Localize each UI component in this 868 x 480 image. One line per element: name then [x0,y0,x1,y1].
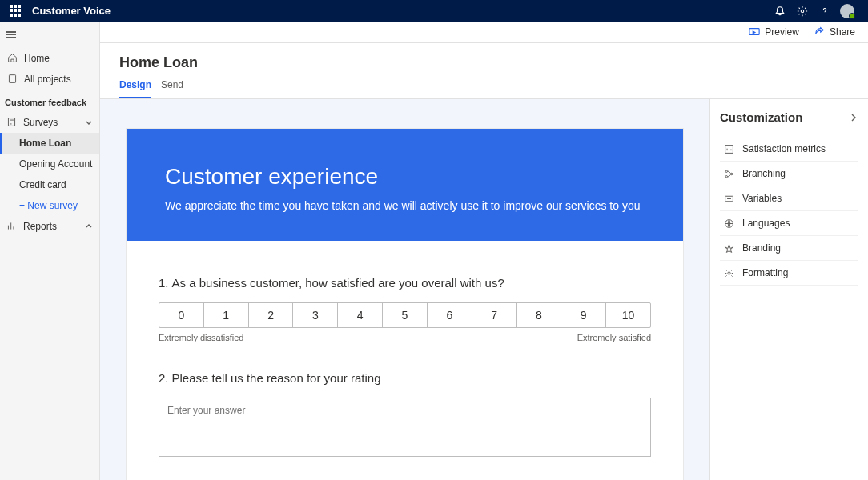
rating-3[interactable]: 3 [293,303,338,327]
rating-4[interactable]: 4 [338,303,383,327]
svg-point-6 [725,175,727,177]
panel-item-label: Branching [742,168,786,179]
branding-icon [723,242,734,254]
survey-card: Customer experience We appreciate the ti… [126,128,684,480]
home-icon [6,53,18,64]
panel-variables[interactable]: Variables [720,186,858,211]
share-button[interactable]: Share [814,26,855,38]
variables-icon [723,193,734,204]
hamburger-icon[interactable] [0,22,99,48]
rating-2[interactable]: 2 [249,303,294,327]
panel-branding[interactable]: Branding [720,236,858,261]
top-bar: Customer Voice [0,0,868,22]
help-icon[interactable] [814,0,836,22]
branching-icon [723,168,734,179]
rating-9[interactable]: 9 [561,303,606,327]
tab-design[interactable]: Design [119,79,151,98]
survey-icon [6,117,17,127]
tab-send[interactable]: Send [161,79,183,98]
nav-survey-credit-card[interactable]: Credit card [0,174,99,195]
main: Preview Share Home Loan Design Send [100,22,868,480]
svg-point-5 [725,170,727,172]
panel-item-label: Variables [742,193,782,204]
q2-number: 2. [159,371,169,385]
tabs: Design Send [119,79,849,98]
survey-description: We appreciate the time you have taken an… [165,199,645,212]
nav-all-projects-label: All projects [24,74,71,85]
customization-panel: Customization Satisfaction metrics Branc… [709,99,868,480]
nav-home-label: Home [24,53,50,64]
chevron-down-icon [85,118,93,126]
notifications-icon[interactable] [769,0,791,22]
rating-max-label: Extremely satisfied [577,333,651,342]
section-title: Customer feedback [0,90,99,112]
app-title: Customer Voice [32,5,111,17]
question-1: 1. As a business customer, how satisfied… [159,276,651,342]
survey-header[interactable]: Customer experience We appreciate the ti… [127,129,683,241]
rating-10[interactable]: 10 [606,303,650,327]
panel-languages[interactable]: Languages [720,211,858,236]
preview-label: Preview [765,26,799,38]
chevron-up-icon [85,222,93,230]
panel-title: Customization [720,110,802,124]
preview-icon [749,27,760,37]
nav-new-survey[interactable]: + New survey [0,195,99,216]
rating-8[interactable]: 8 [517,303,562,327]
rating-0[interactable]: 0 [159,303,204,327]
panel-item-label: Branding [742,242,781,254]
survey-title: Customer experience [165,164,645,190]
nav-home[interactable]: Home [0,48,99,69]
rating-scale: 0 1 2 3 4 5 6 7 8 9 [159,302,651,328]
question-2: 2. Please tell us the reason for your ra… [159,371,651,459]
panel-item-label: Languages [742,218,790,229]
svg-point-7 [730,173,732,174]
panel-item-label: Formatting [742,267,788,278]
rating-min-label: Extremely dissatisfied [159,333,243,342]
q1-number: 1. [159,276,169,290]
settings-icon[interactable] [791,0,814,22]
svg-rect-1 [9,75,15,83]
nav-reports[interactable]: Reports [0,216,99,237]
rating-7[interactable]: 7 [472,303,517,327]
svg-point-10 [727,271,729,274]
panel-satisfaction-metrics[interactable]: Satisfaction metrics [720,137,858,162]
rating-6[interactable]: 6 [428,303,472,327]
panel-item-label: Satisfaction metrics [742,143,826,154]
page-title: Home Loan [119,54,849,71]
reports-icon [6,221,17,231]
svg-point-0 [801,10,804,13]
preview-button[interactable]: Preview [749,26,799,38]
panel-branching[interactable]: Branching [720,162,858,186]
globe-icon [723,218,734,229]
rating-5[interactable]: 5 [383,303,428,327]
q2-answer-input[interactable] [159,398,651,457]
panel-formatting[interactable]: Formatting [720,261,858,286]
q2-text: Please tell us the reason for your ratin… [172,371,381,385]
chevron-right-icon[interactable] [849,113,858,122]
nav-surveys-label: Surveys [23,117,58,128]
nav-survey-opening-account[interactable]: Opening Account [0,154,99,174]
avatar[interactable] [836,0,858,22]
share-icon [814,26,825,38]
sidebar: Home All projects Customer feedback Surv… [0,22,100,480]
projects-icon [6,74,18,85]
metrics-icon [723,143,734,154]
share-label: Share [830,26,855,38]
rating-1[interactable]: 1 [204,303,249,327]
gear-icon [723,267,734,278]
nav-surveys[interactable]: Surveys [0,112,99,133]
page-header: Home Loan Design Send [100,43,868,99]
nav-all-projects[interactable]: All projects [0,69,99,90]
q1-text: As a business customer, how satisfied ar… [172,276,504,290]
app-launcher-icon[interactable] [10,5,22,18]
toolbar: Preview Share [100,22,868,43]
canvas: Customer experience We appreciate the ti… [100,99,709,480]
nav-survey-home-loan[interactable]: Home Loan [0,133,99,154]
nav-reports-label: Reports [23,221,57,232]
